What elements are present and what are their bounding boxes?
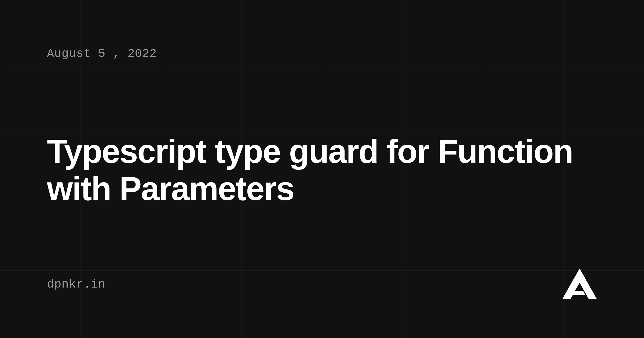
content-container: August 5 , 2022 Typescript type guard fo… [0,0,644,338]
post-title: Typescript type guard for Function with … [47,133,597,207]
post-date: August 5 , 2022 [47,47,597,60]
site-logo-icon [562,269,597,300]
site-url: dpnkr.in [47,278,105,291]
